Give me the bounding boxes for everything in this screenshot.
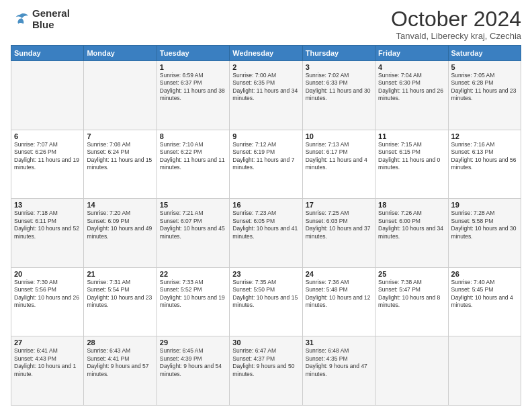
title-block: October 2024 Tanvald, Liberecky kraj, Cz…: [391, 8, 521, 41]
week-row-5: 27Sunrise: 6:41 AMSunset: 4:43 PMDayligh…: [11, 336, 521, 406]
calendar-cell: 25Sunrise: 7:38 AMSunset: 5:47 PMDayligh…: [375, 267, 448, 336]
day-number: 15: [160, 201, 226, 209]
day-info: Sunrise: 7:38 AMSunset: 5:47 PMDaylight:…: [378, 279, 445, 310]
calendar-body: 1Sunrise: 6:59 AMSunset: 6:37 PMDaylight…: [11, 61, 521, 406]
day-number: 5: [451, 63, 518, 71]
week-row-4: 20Sunrise: 7:30 AMSunset: 5:56 PMDayligh…: [11, 267, 521, 336]
weekday-thursday: Thursday: [302, 46, 375, 61]
day-info: Sunrise: 6:48 AMSunset: 4:35 PMDaylight:…: [306, 347, 372, 378]
day-info: Sunrise: 7:40 AMSunset: 5:45 PMDaylight:…: [451, 279, 518, 310]
day-info: Sunrise: 7:15 AMSunset: 6:15 PMDaylight:…: [378, 141, 445, 172]
day-info: Sunrise: 6:43 AMSunset: 4:41 PMDaylight:…: [87, 347, 153, 378]
week-row-1: 1Sunrise: 6:59 AMSunset: 6:37 PMDaylight…: [11, 61, 521, 130]
weekday-sunday: Sunday: [11, 46, 84, 61]
calendar-cell: 31Sunrise: 6:48 AMSunset: 4:35 PMDayligh…: [302, 336, 375, 406]
weekday-friday: Friday: [375, 46, 448, 61]
calendar-cell: 29Sunrise: 6:45 AMSunset: 4:39 PMDayligh…: [157, 336, 229, 406]
day-number: 7: [87, 132, 153, 140]
day-number: 9: [232, 132, 299, 140]
day-info: Sunrise: 7:04 AMSunset: 6:30 PMDaylight:…: [378, 72, 445, 103]
day-info: Sunrise: 7:05 AMSunset: 6:28 PMDaylight:…: [451, 72, 518, 103]
day-info: Sunrise: 7:12 AMSunset: 6:19 PMDaylight:…: [232, 141, 299, 172]
day-number: 30: [232, 338, 299, 347]
calendar-cell: 12Sunrise: 7:16 AMSunset: 6:13 PMDayligh…: [448, 130, 521, 199]
day-number: 6: [14, 132, 81, 140]
day-info: Sunrise: 7:31 AMSunset: 5:54 PMDaylight:…: [87, 279, 153, 310]
calendar-cell: 11Sunrise: 7:15 AMSunset: 6:15 PMDayligh…: [375, 130, 448, 199]
calendar-cell: 8Sunrise: 7:10 AMSunset: 6:22 PMDaylight…: [157, 130, 229, 199]
weekday-header-row: SundayMondayTuesdayWednesdayThursdayFrid…: [11, 46, 521, 61]
day-info: Sunrise: 7:18 AMSunset: 6:11 PMDaylight:…: [14, 210, 81, 240]
day-info: Sunrise: 7:00 AMSunset: 6:35 PMDaylight:…: [232, 72, 299, 103]
calendar-cell: 7Sunrise: 7:08 AMSunset: 6:24 PMDaylight…: [84, 130, 157, 199]
day-number: 14: [87, 201, 153, 209]
day-info: Sunrise: 7:33 AMSunset: 5:52 PMDaylight:…: [160, 279, 226, 310]
calendar-cell: 2Sunrise: 7:00 AMSunset: 6:35 PMDaylight…: [230, 61, 302, 130]
weekday-tuesday: Tuesday: [157, 46, 229, 61]
day-number: 3: [306, 63, 372, 71]
day-number: 18: [378, 201, 445, 209]
calendar-cell: 19Sunrise: 7:28 AMSunset: 5:58 PMDayligh…: [448, 199, 521, 268]
calendar-cell: 22Sunrise: 7:33 AMSunset: 5:52 PMDayligh…: [157, 267, 229, 336]
calendar-cell: 3Sunrise: 7:02 AMSunset: 6:33 PMDaylight…: [302, 61, 375, 130]
day-info: Sunrise: 7:02 AMSunset: 6:33 PMDaylight:…: [306, 72, 372, 103]
calendar-cell: 6Sunrise: 7:07 AMSunset: 6:26 PMDaylight…: [11, 130, 84, 199]
calendar-cell: 17Sunrise: 7:25 AMSunset: 6:03 PMDayligh…: [302, 199, 375, 268]
day-number: 1: [160, 63, 226, 71]
day-number: 31: [306, 338, 372, 347]
day-info: Sunrise: 6:59 AMSunset: 6:37 PMDaylight:…: [160, 72, 226, 103]
day-number: 22: [160, 270, 226, 278]
day-info: Sunrise: 7:35 AMSunset: 5:50 PMDaylight:…: [232, 279, 299, 310]
calendar-cell: 30Sunrise: 6:47 AMSunset: 4:37 PMDayligh…: [230, 336, 302, 406]
day-info: Sunrise: 7:10 AMSunset: 6:22 PMDaylight:…: [160, 141, 226, 172]
day-number: 2: [232, 63, 299, 71]
day-info: Sunrise: 6:45 AMSunset: 4:39 PMDaylight:…: [160, 347, 226, 378]
week-row-3: 13Sunrise: 7:18 AMSunset: 6:11 PMDayligh…: [11, 199, 521, 268]
day-info: Sunrise: 7:20 AMSunset: 6:09 PMDaylight:…: [87, 210, 153, 240]
day-number: 4: [378, 63, 445, 71]
calendar-cell: 27Sunrise: 6:41 AMSunset: 4:43 PMDayligh…: [11, 336, 84, 406]
day-info: Sunrise: 7:36 AMSunset: 5:48 PMDaylight:…: [306, 279, 372, 310]
logo: General Blue: [11, 8, 70, 30]
calendar-table: SundayMondayTuesdayWednesdayThursdayFrid…: [11, 45, 521, 406]
page: General Blue October 2024 Tanvald, Liber…: [0, 0, 532, 411]
header: General Blue October 2024 Tanvald, Liber…: [11, 8, 521, 41]
day-number: 16: [232, 201, 299, 209]
month-title: October 2024: [391, 8, 521, 30]
calendar-cell: [375, 336, 448, 406]
day-number: 24: [306, 270, 372, 278]
day-number: 21: [87, 270, 153, 278]
weekday-monday: Monday: [84, 46, 157, 61]
calendar-cell: 16Sunrise: 7:23 AMSunset: 6:05 PMDayligh…: [230, 199, 302, 268]
calendar-cell: 14Sunrise: 7:20 AMSunset: 6:09 PMDayligh…: [84, 199, 157, 268]
calendar-cell: 13Sunrise: 7:18 AMSunset: 6:11 PMDayligh…: [11, 199, 84, 268]
day-info: Sunrise: 7:08 AMSunset: 6:24 PMDaylight:…: [87, 141, 153, 172]
location: Tanvald, Liberecky kraj, Czechia: [391, 31, 521, 41]
week-row-2: 6Sunrise: 7:07 AMSunset: 6:26 PMDaylight…: [11, 130, 521, 199]
day-number: 10: [306, 132, 372, 140]
day-info: Sunrise: 6:47 AMSunset: 4:37 PMDaylight:…: [232, 347, 299, 378]
day-info: Sunrise: 7:21 AMSunset: 6:07 PMDaylight:…: [160, 210, 226, 240]
day-info: Sunrise: 7:07 AMSunset: 6:26 PMDaylight:…: [14, 141, 81, 172]
calendar-cell: 10Sunrise: 7:13 AMSunset: 6:17 PMDayligh…: [302, 130, 375, 199]
day-info: Sunrise: 7:30 AMSunset: 5:56 PMDaylight:…: [14, 279, 81, 310]
calendar-cell: 28Sunrise: 6:43 AMSunset: 4:41 PMDayligh…: [84, 336, 157, 406]
calendar-cell: 21Sunrise: 7:31 AMSunset: 5:54 PMDayligh…: [84, 267, 157, 336]
calendar-cell: 1Sunrise: 6:59 AMSunset: 6:37 PMDaylight…: [157, 61, 229, 130]
day-info: Sunrise: 6:41 AMSunset: 4:43 PMDaylight:…: [14, 347, 81, 378]
calendar-cell: 4Sunrise: 7:04 AMSunset: 6:30 PMDaylight…: [375, 61, 448, 130]
calendar-cell: 20Sunrise: 7:30 AMSunset: 5:56 PMDayligh…: [11, 267, 84, 336]
day-number: 27: [14, 338, 81, 347]
day-info: Sunrise: 7:26 AMSunset: 6:00 PMDaylight:…: [378, 210, 445, 240]
calendar-cell: 24Sunrise: 7:36 AMSunset: 5:48 PMDayligh…: [302, 267, 375, 336]
day-info: Sunrise: 7:23 AMSunset: 6:05 PMDaylight:…: [232, 210, 299, 240]
day-number: 29: [160, 338, 226, 347]
day-number: 12: [451, 132, 518, 140]
day-number: 23: [232, 270, 299, 278]
day-info: Sunrise: 7:25 AMSunset: 6:03 PMDaylight:…: [306, 210, 372, 240]
day-info: Sunrise: 7:28 AMSunset: 5:58 PMDaylight:…: [451, 210, 518, 240]
calendar-cell: 5Sunrise: 7:05 AMSunset: 6:28 PMDaylight…: [448, 61, 521, 130]
calendar-cell: 18Sunrise: 7:26 AMSunset: 6:00 PMDayligh…: [375, 199, 448, 268]
logo-icon: [11, 12, 30, 27]
day-number: 20: [14, 270, 81, 278]
